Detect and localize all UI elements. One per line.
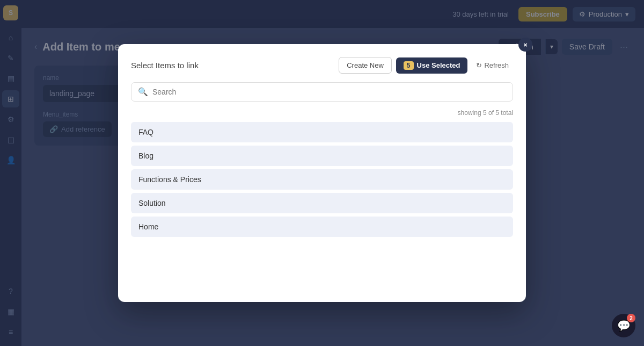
selected-count: 5 <box>404 61 414 70</box>
list-item[interactable]: Functions & Prices <box>131 169 513 190</box>
search-input[interactable] <box>152 88 506 96</box>
modal-title: Select Items to link <box>131 61 199 70</box>
chat-button[interactable]: 💬 2 <box>612 314 635 337</box>
modal-close-button[interactable]: × <box>518 38 532 52</box>
list-item[interactable]: FAQ <box>131 122 513 142</box>
modal-overlay[interactable]: × Select Items to link Create New 5 Use … <box>0 0 644 346</box>
refresh-button[interactable]: ↻ Refresh <box>472 57 513 73</box>
use-selected-button[interactable]: 5 Use Selected <box>396 57 468 74</box>
modal: × Select Items to link Create New 5 Use … <box>118 44 526 302</box>
search-bar: 🔍 <box>131 82 513 102</box>
modal-actions: Create New 5 Use Selected ↻ Refresh <box>339 57 513 74</box>
results-count: showing 5 of 5 total <box>131 109 513 117</box>
search-icon: 🔍 <box>138 87 148 97</box>
modal-header: Select Items to link Create New 5 Use Se… <box>131 57 513 74</box>
list-item[interactable]: Blog <box>131 146 513 166</box>
list-item[interactable]: Solution <box>131 193 513 213</box>
create-new-button[interactable]: Create New <box>339 57 392 74</box>
list-item[interactable]: Home <box>131 217 513 237</box>
items-list: FAQ Blog Functions & Prices Solution Hom… <box>131 122 513 237</box>
chat-badge-count: 2 <box>627 314 635 322</box>
refresh-icon: ↻ <box>476 61 482 69</box>
